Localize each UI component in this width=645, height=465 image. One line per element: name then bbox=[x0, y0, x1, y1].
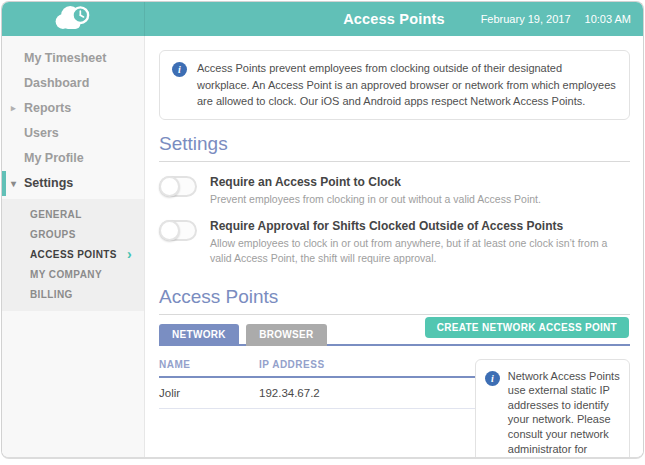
toggle-description: Prevent employees from clocking in or ou… bbox=[210, 192, 541, 207]
require-access-point-toggle[interactable] bbox=[159, 176, 197, 197]
sidebar-item-label: Settings bbox=[24, 176, 73, 190]
sidebar-item-my-timesheet[interactable]: My Timesheet bbox=[2, 46, 144, 71]
access-points-tabbar: NETWORK BROWSER CREATE NETWORK ACCESS PO… bbox=[159, 324, 630, 346]
current-date: February 19, 2017 bbox=[481, 13, 571, 25]
cell-name: Jolir bbox=[159, 387, 259, 399]
header-datetime: February 19, 2017 10:03 AM bbox=[481, 2, 631, 36]
submenu-item-label: BILLING bbox=[30, 289, 73, 300]
info-icon: i bbox=[172, 62, 187, 77]
submenu-item-billing[interactable]: BILLING bbox=[2, 285, 144, 305]
toggle-description: Allow employees to clock in or out from … bbox=[210, 236, 630, 265]
current-time: 10:03 AM bbox=[585, 13, 631, 25]
submenu-item-label: GENERAL bbox=[30, 209, 82, 220]
column-header-ip-address: IP ADDRESS bbox=[259, 359, 325, 370]
section-divider bbox=[159, 314, 630, 315]
sidebar-nav: My Timesheet Dashboard ▸ Reports Users M… bbox=[2, 36, 144, 311]
sidebar-item-label: Dashboard bbox=[24, 76, 89, 90]
sidebar-item-label: My Timesheet bbox=[24, 51, 106, 65]
sidebar-item-label: My Profile bbox=[24, 151, 84, 165]
submenu-item-access-points[interactable]: ACCESS POINTS › bbox=[2, 245, 144, 265]
network-access-points-side-note: i Network Access Points use external sta… bbox=[475, 359, 630, 459]
submenu-item-general[interactable]: GENERAL bbox=[2, 205, 144, 225]
table-header-row: NAME IP ADDRESS bbox=[159, 359, 475, 378]
side-note-text: Network Access Points use external stati… bbox=[508, 369, 620, 459]
submenu-item-label: GROUPS bbox=[30, 229, 76, 240]
sidebar-item-label: Users bbox=[24, 126, 59, 140]
cloud-clock-logo-icon bbox=[51, 3, 95, 35]
sidebar-item-my-profile[interactable]: My Profile bbox=[2, 146, 144, 171]
toggle-row-require-approval: Require Approval for Shifts Clocked Outs… bbox=[159, 219, 630, 265]
toggle-knob bbox=[159, 176, 180, 197]
section-divider bbox=[159, 161, 630, 162]
toggle-row-require-access-point: Require an Access Point to Clock Prevent… bbox=[159, 175, 630, 207]
sidebar: My Timesheet Dashboard ▸ Reports Users M… bbox=[2, 36, 145, 457]
expand-arrow-icon: ▸ bbox=[11, 96, 16, 121]
top-header-bar: Access Points February 19, 2017 10:03 AM bbox=[2, 2, 643, 36]
submenu-item-label: MY COMPANY bbox=[30, 269, 102, 280]
require-approval-toggle[interactable] bbox=[159, 220, 197, 241]
access-points-section-heading: Access Points bbox=[159, 286, 630, 308]
toggle-knob bbox=[159, 220, 180, 241]
toggle-texts: Require Approval for Shifts Clocked Outs… bbox=[210, 219, 630, 265]
sidebar-item-users[interactable]: Users bbox=[2, 121, 144, 146]
app-window: Access Points February 19, 2017 10:03 AM… bbox=[1, 1, 644, 459]
toggle-label: Require an Access Point to Clock bbox=[210, 175, 541, 189]
active-indicator-bar bbox=[2, 171, 6, 196]
column-header-name: NAME bbox=[159, 359, 259, 370]
access-points-table: NAME IP ADDRESS Jolir 192.34.67.2 bbox=[159, 359, 475, 409]
intro-note-text: Access Points prevent employees from clo… bbox=[197, 60, 617, 110]
toggle-texts: Require an Access Point to Clock Prevent… bbox=[210, 175, 541, 207]
collapse-arrow-icon: ▾ bbox=[11, 171, 16, 196]
sidebar-item-label: Reports bbox=[24, 101, 71, 115]
tab-network[interactable]: NETWORK bbox=[159, 324, 239, 346]
tab-browser[interactable]: BROWSER bbox=[246, 324, 326, 346]
chevron-right-icon: › bbox=[127, 244, 132, 264]
submenu-item-my-company[interactable]: MY COMPANY bbox=[2, 265, 144, 285]
table-row[interactable]: Jolir 192.34.67.2 bbox=[159, 378, 475, 409]
submenu-item-label: ACCESS POINTS bbox=[30, 249, 117, 260]
access-points-content-row: NAME IP ADDRESS Jolir 192.34.67.2 i Netw… bbox=[159, 359, 630, 459]
logo-zone[interactable] bbox=[2, 2, 145, 36]
main-content: i Access Points prevent employees from c… bbox=[146, 36, 643, 457]
settings-submenu: GENERAL GROUPS ACCESS POINTS › MY COMPAN… bbox=[2, 199, 144, 311]
create-network-access-point-button[interactable]: CREATE NETWORK ACCESS POINT bbox=[425, 317, 629, 338]
toggle-label: Require Approval for Shifts Clocked Outs… bbox=[210, 219, 630, 233]
sidebar-item-settings[interactable]: ▾ Settings bbox=[2, 171, 144, 196]
settings-section-heading: Settings bbox=[159, 133, 630, 155]
access-points-intro-callout: i Access Points prevent employees from c… bbox=[159, 50, 630, 120]
submenu-item-groups[interactable]: GROUPS bbox=[2, 225, 144, 245]
sidebar-item-reports[interactable]: ▸ Reports bbox=[2, 96, 144, 121]
sidebar-item-dashboard[interactable]: Dashboard bbox=[2, 71, 144, 96]
info-icon: i bbox=[485, 371, 500, 386]
cell-ip-address: 192.34.67.2 bbox=[259, 387, 320, 399]
